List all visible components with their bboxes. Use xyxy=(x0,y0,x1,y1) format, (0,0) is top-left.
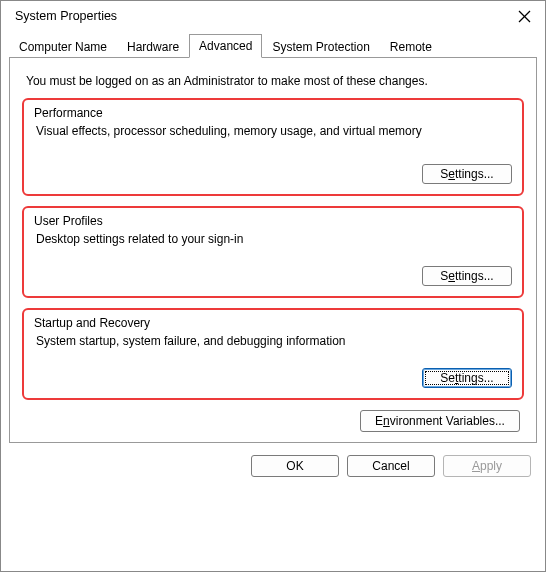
tab-computer-name[interactable]: Computer Name xyxy=(9,35,117,58)
startup-recovery-settings-button[interactable]: Settings... xyxy=(422,368,512,388)
user-profiles-settings-button[interactable]: Settings... xyxy=(422,266,512,286)
dialog-button-row: OK Cancel Apply xyxy=(1,443,545,489)
performance-settings-button[interactable]: Settings... xyxy=(422,164,512,184)
tab-system-protection[interactable]: System Protection xyxy=(262,35,379,58)
tab-panel-advanced: You must be logged on as an Administrato… xyxy=(9,57,537,443)
environment-variables-button[interactable]: Environment Variables... xyxy=(360,410,520,432)
group-user-profiles-desc: Desktop settings related to your sign-in xyxy=(36,232,510,246)
group-performance-desc: Visual effects, processor scheduling, me… xyxy=(36,124,510,138)
group-performance: Performance Visual effects, processor sc… xyxy=(22,98,524,196)
tab-row: Computer Name Hardware Advanced System P… xyxy=(9,33,537,57)
titlebar: System Properties xyxy=(1,1,545,29)
admin-notice: You must be logged on as an Administrato… xyxy=(26,74,520,88)
group-startup-recovery-title: Startup and Recovery xyxy=(34,316,512,330)
cancel-button[interactable]: Cancel xyxy=(347,455,435,477)
group-user-profiles: User Profiles Desktop settings related t… xyxy=(22,206,524,298)
group-user-profiles-title: User Profiles xyxy=(34,214,512,228)
group-performance-title: Performance xyxy=(34,106,512,120)
tab-advanced[interactable]: Advanced xyxy=(189,34,262,58)
apply-button[interactable]: Apply xyxy=(443,455,531,477)
group-startup-recovery-desc: System startup, system failure, and debu… xyxy=(36,334,510,348)
ok-button[interactable]: OK xyxy=(251,455,339,477)
window-title: System Properties xyxy=(15,9,117,23)
tab-hardware[interactable]: Hardware xyxy=(117,35,189,58)
close-icon[interactable] xyxy=(517,9,531,23)
tab-remote[interactable]: Remote xyxy=(380,35,442,58)
group-startup-recovery: Startup and Recovery System startup, sys… xyxy=(22,308,524,400)
